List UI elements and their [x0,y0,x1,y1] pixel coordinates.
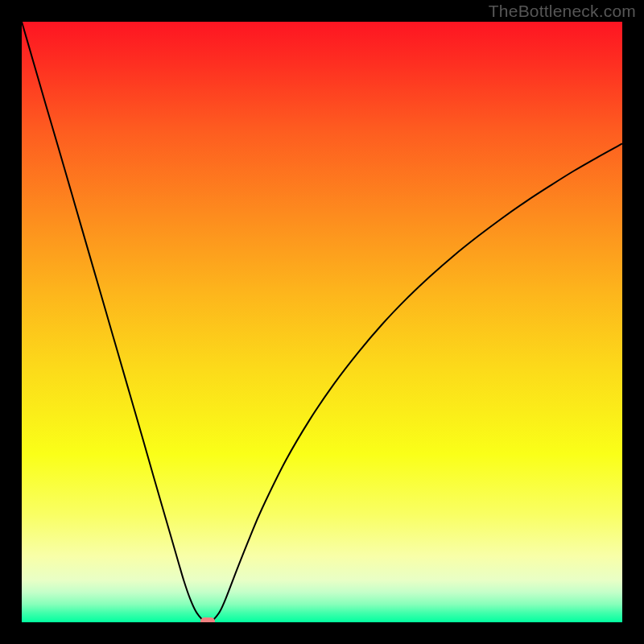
plot-area [22,22,622,622]
chart-frame: TheBottleneck.com [0,0,644,644]
bottleneck-curve [22,22,622,622]
watermark-text: TheBottleneck.com [489,2,636,21]
curve-layer [22,22,622,622]
curve-minimum-marker [200,617,215,622]
